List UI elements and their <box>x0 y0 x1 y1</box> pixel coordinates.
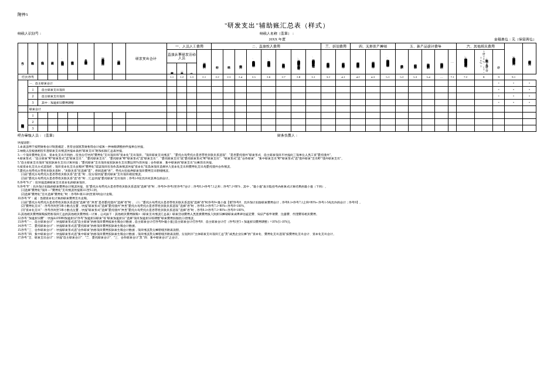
note-line: 8.序号"9.1"：应填报选择研发支出资本化的研发项目。 <box>18 180 536 185</box>
group-6: 六、其他相关费用 <box>457 43 505 50</box>
group-5: 五、新产品设计费等 <box>395 43 456 50</box>
c-dot: … <box>451 60 454 63</box>
row-group-c: 项目情况明细附表 1 <box>18 113 536 119</box>
page-title: "研发支出"辅助账汇总表（样式） <box>18 21 536 30</box>
group-2: 二、直接投入费用 <box>212 43 321 50</box>
note-line: (2)"费用化支出"：序号序列至5率小数点位置，填报"研发形式"选择"委托境外"… <box>18 204 536 208</box>
main-table: 序号 项目名称 项目编号 研发形式 资本化、费用化支出选项 是否委托境外 研发成… <box>18 43 536 132</box>
note-line: (2)选择"费用化"支出选择"费用化"时：序号8=第111列至第9列合计金额。 <box>18 192 536 196</box>
c-sample: 用于不构成固定资产的样品、样机及一般测试手段购置费 <box>267 61 270 63</box>
sign-left: 经办审核人员：（盖章） <box>18 133 277 138</box>
note-line: (1)若"委托方与受托方是否存在关联关系选项"选择"否"并且"是否委托境外"选择… <box>18 200 536 204</box>
taxpayer-id-label: 纳税人识别号： <box>18 31 174 36</box>
c-maint: 用于研发活动的仪器、设备的运行维护、调整、检验、维修等费用 <box>297 60 300 63</box>
c-rent: 通过经营租赁方式租入的用于研发活动的仪器、设备租赁费 <box>312 61 315 63</box>
table-row: 3 其中：加速折旧费用调整 * * * <box>18 100 536 106</box>
note-line: 2.纳税人应根据相应年度研发支出情况填报本表的"研发支出"附加扣除汇总表填报。 <box>18 149 536 153</box>
row-group-b: 研发合计 <box>18 106 536 113</box>
note-line: 11.其他相关费用限额按照各项目汇总的其他相关费用统一计算，公式如下：其他相关费… <box>18 212 536 216</box>
note-line: (1)若"委托方与受托方是否存在关联关系"选"是"时，应分项填报"委托研发"支出… <box>18 172 536 176</box>
notes-title: 填报说明： <box>18 141 536 145</box>
note-line: 4.研发形式："自主研发"即"研发形式"选"研发支出"、"委托研发支出"、"委托… <box>18 156 536 161</box>
c-oth2: 限额数=(序号1至5合计)×10%÷(1-10%) <box>480 50 488 73</box>
table-row: 3 <box>18 125 536 132</box>
note-line: 13.序号"一、自主研发合计"：填报研发形式选"自主研发"的各项目费用按发生额合… <box>18 220 536 224</box>
sign-right: 财务负责人： <box>277 133 537 138</box>
note-line: (3)"资本化支出"：序号序列至5率小数点位置，填报"研发形式"选择"委托境外"… <box>18 208 536 212</box>
unit-label: 金额单位：元（保留两位） <box>381 37 537 42</box>
col-cap: 资本化、费用化支出选项 <box>61 57 64 60</box>
note-line: 12.序号"加速折旧费"：填报A105080加速折旧"序号"加速折旧研发"等"研… <box>18 216 536 220</box>
note-line: 15.序号"三、合作研发合计"：填报研发形式选"合作研发"的各项目费用实际发生额… <box>18 228 536 232</box>
row-group-a: 一、自主研发合计 * * * <box>18 80 536 87</box>
table-row: 2 自主研发支出项目 * * * <box>18 93 536 100</box>
note-line: (1)选择"费用化"项目—"费用化"支出情况填报第111至9.1列。 <box>18 188 536 192</box>
group-3: 三、折旧费用 <box>321 43 351 50</box>
note-line: 9.序号"8"：允许加计扣除的研发费用合计情况填报。当"委托方与受托方是否存在关… <box>18 185 536 189</box>
c-amo3: 用于研发活动的非专利技术（包括许可证、专有技术、设计和计算方法等）的摊销费用 <box>386 61 389 63</box>
attachment-label: 附件5 <box>18 12 536 18</box>
number-row: 行次/序号 1.1 1.2 1.3 2.1 2.2 2.3 2.4 2.5 2.… <box>18 74 536 80</box>
notes-block: 填报说明： 1.本表适用于按照财务会计制度规定，且符合国家及财务部会计核算一并纳… <box>18 141 536 240</box>
note-line: 5."自主研发支出项目"按实际发生支出计算填报；"委托研发"支出项目按实际发生支… <box>18 161 536 165</box>
table-row: 1 自主研发支出项目 * * * <box>18 87 536 93</box>
table-row: 2 <box>18 119 536 125</box>
c-mold: 用于中间试验和产品试制的模具、工艺装备开发及制造费 <box>252 61 255 63</box>
note-line: (2)若"委托方与受托方是否存在关联关系"选"否"时，汇总填报"委托研发"支出项… <box>18 176 536 180</box>
note-line: 16.序号"四、集中研发合计"：填报研发形式选"集中研发"的各项目费用实际发生额… <box>18 232 536 236</box>
col-total: 研发支出合计 <box>125 43 167 74</box>
note-line: 17.序号"五、研发支出合计"：填报"自主研发合计"、"二、委托研发合计"、"三… <box>18 236 536 240</box>
note-line: 6.按资本化支出方式选项栏，项目资本化支出金额填"费用化"或该项目应当作具体情况… <box>18 165 536 169</box>
note-line: 10.序号"9"：减：当期资本化计算的研发费用支出金额。 <box>18 196 536 200</box>
note-line: 1.本表适用于按照财务会计制度规定，且符合国家及财务部会计核算一并纳税调整的申报… <box>18 145 536 149</box>
note-line: 14.序号"二、委托研发合计"：填报研发形式选"委托研发"的各项目费用实际发生额… <box>18 224 536 228</box>
period-label: 20XX 年度 <box>174 37 381 42</box>
group-1: 一、人员人工费用 <box>167 43 212 50</box>
group-1a: 直接从事研发活动人员 <box>167 50 197 63</box>
group-4: 四、无形资产摊销 <box>351 43 395 50</box>
taxpayer-name-label: 纳税人名称（盖章）： <box>174 31 381 36</box>
note-line: 7.委托方与受托方存在关联关系时，"关联关系"应选择"是"，否则选择"否"。受托… <box>18 169 536 173</box>
note-line: 3.一个项目费用化支出、资本化支出不同的，应当分行填列"费用化"支出项目和"资本… <box>18 153 536 157</box>
c-oth1: 与研发活动直接相关的其他费用（如技术图书资料费、资料翻译费等限额内部分） <box>464 61 467 63</box>
